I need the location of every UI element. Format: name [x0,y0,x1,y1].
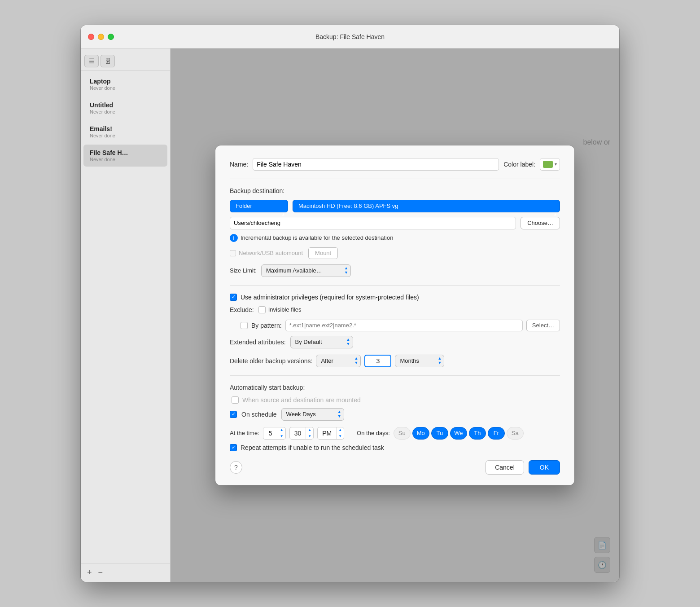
divider-2 [230,285,560,286]
select-extension-button[interactable]: Select… [526,320,560,331]
maximize-button[interactable] [108,34,114,40]
ampm-up-arrow[interactable]: ▲ [337,427,344,434]
sidebar-item-untitled[interactable]: Untitled Never done [83,97,167,119]
day-th[interactable]: Th [469,427,486,440]
network-usb-checkbox-label[interactable]: Network/USB automount [230,250,303,256]
day-su[interactable]: Su [394,427,411,440]
months-select-wrapper: Months ▲ ▼ [395,355,444,367]
name-label: Name: [230,161,248,168]
admin-checkbox[interactable]: ✓ [230,294,237,301]
volume-select[interactable]: Macintosh HD (Free: 8.6 GB) APFS vg [293,200,560,212]
ext-attr-row: Extended attributes: By Default ▲ ▼ [230,336,560,348]
ext-attr-select-wrapper: By Default ▲ ▼ [290,336,353,348]
auto-section: Automatically start backup: When source … [230,384,560,451]
schedule-select[interactable]: Week Days [281,408,344,421]
mounted-checkbox[interactable] [232,396,239,404]
pattern-input[interactable] [285,320,523,331]
minimize-button[interactable] [98,34,104,40]
day-tu[interactable]: Tu [431,427,448,440]
choose-button[interactable]: Choose… [521,217,560,229]
hour-up-arrow[interactable]: ▲ [278,427,285,434]
on-schedule-checkbox[interactable]: ✓ [230,411,237,418]
cancel-button[interactable]: Cancel [486,460,524,475]
ampm-stepper: PM ▲ ▼ [317,427,344,440]
size-limit-select-wrapper: Maximum Available… ▲ ▼ [261,264,351,277]
admin-row: ✓ Use administrator privileges (required… [230,294,560,301]
info-row: i Incremental backup is available for th… [230,234,560,242]
mounted-row: When source and destination are mounted [230,396,560,404]
modal-dialog: Name: Color label: ▾ Backup destination: [215,145,574,485]
app-body: ☰ 🗄 Laptop Never done Untitled Never don… [81,48,619,582]
on-days-label: On the days: [357,430,390,436]
day-sa[interactable]: Sa [507,427,524,440]
mount-button[interactable]: Mount [308,247,338,259]
repeat-checkbox[interactable]: ✓ [230,444,237,451]
remove-backup-button[interactable]: − [98,568,103,577]
hour-down-arrow[interactable]: ▼ [278,433,285,439]
title-bar: Backup: File Safe Haven [81,25,619,48]
info-text: Incremental backup is available for the … [241,234,393,241]
at-time-label: At the time: [230,430,259,436]
close-button[interactable] [88,34,94,40]
name-input[interactable] [253,158,499,171]
minute-value: 30 [290,430,306,437]
path-row: Choose… [230,217,560,229]
sidebar-archive-icon[interactable]: 🗄 [101,55,115,67]
backup-destination-label: Backup destination: [230,187,560,194]
size-limit-select[interactable]: Maximum Available… [261,264,351,277]
ext-attr-select[interactable]: By Default [290,336,353,348]
hour-arrows: ▲ ▼ [278,427,285,439]
invisible-files-checkbox[interactable] [258,306,266,313]
color-label-button[interactable]: ▾ [540,158,560,171]
by-pattern-label: By pattern: [251,322,282,329]
exclude-header-row: Exclude: Invisible files [230,306,560,313]
hour-stepper: 5 ▲ ▼ [263,427,286,440]
version-input[interactable] [364,355,391,367]
main-content: below or 📄 🕐 Name: Color label: ▾ [171,48,619,582]
divider-3 [230,375,560,376]
sidebar: ☰ 🗄 Laptop Never done Untitled Never don… [81,48,171,582]
minute-down-arrow[interactable]: ▼ [306,433,313,439]
network-usb-checkbox[interactable] [230,250,236,256]
ok-button[interactable]: OK [529,460,560,475]
ampm-down-arrow[interactable]: ▼ [337,433,344,439]
minute-stepper: 30 ▲ ▼ [289,427,314,440]
size-limit-label: Size Limit: [230,267,257,274]
hour-value: 5 [263,430,278,437]
ampm-arrows: ▲ ▼ [336,427,344,439]
folder-type-select[interactable]: Folder [230,200,288,212]
time-days-row: At the time: 5 ▲ ▼ 30 [230,427,560,440]
repeat-row: ✓ Repeat attempts if unable to run the s… [230,444,560,451]
traffic-lights [88,34,114,40]
day-mo[interactable]: Mo [412,427,429,440]
mac-window: Backup: File Safe Haven ☰ 🗄 Laptop Never… [81,25,619,582]
mounted-label: When source and destination are mounted [242,396,361,404]
size-limit-row: Size Limit: Maximum Available… ▲ ▼ [230,264,560,277]
after-select[interactable]: After [316,355,361,367]
minute-arrows: ▲ ▼ [306,427,313,439]
modal-footer: ? Cancel OK [230,460,560,475]
by-pattern-checkbox[interactable] [241,322,248,329]
info-icon: i [230,234,238,242]
help-button[interactable]: ? [230,461,242,474]
name-row: Name: Color label: ▾ [230,158,560,171]
day-we[interactable]: We [450,427,467,440]
day-fr[interactable]: Fr [488,427,505,440]
sidebar-item-emails[interactable]: Emails! Never done [83,121,167,143]
sidebar-list-icon[interactable]: ☰ [84,55,99,67]
invisible-files-text: Invisible files [268,306,302,313]
invisible-files-label[interactable]: Invisible files [258,306,302,313]
chevron-down-icon: ▾ [555,162,557,167]
sidebar-item-filesafehaven[interactable]: File Safe H… Never done [83,145,167,167]
minute-up-arrow[interactable]: ▲ [306,427,313,434]
path-input[interactable] [230,217,516,229]
folder-select-wrapper: Folder ▲ ▼ [230,200,288,212]
sidebar-item-laptop[interactable]: Laptop Never done [83,73,167,95]
after-select-wrapper: After ▲ ▼ [316,355,361,367]
sidebar-toolbar: ☰ 🗄 [81,52,170,70]
on-schedule-label: On schedule [241,411,277,418]
color-swatch [543,161,553,168]
months-select[interactable]: Months [395,355,444,367]
ampm-value: PM [318,430,336,437]
add-backup-button[interactable]: + [87,568,92,577]
